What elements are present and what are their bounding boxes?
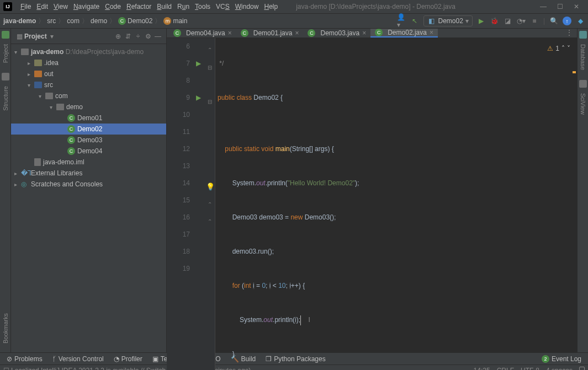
breadcrumb-class[interactable]: Demo02 (128, 17, 152, 25)
stop-button[interactable]: ■ (530, 17, 539, 25)
menu-build[interactable]: Build (154, 2, 174, 12)
chevron-right-icon: 〉 (152, 17, 163, 26)
tree-scratches[interactable]: ▸◎Scratches and Consoles (11, 179, 166, 190)
code-area[interactable]: */ public class Demo02 { public static v… (215, 38, 577, 370)
tab-demo04[interactable]: CDemo04.java× (169, 29, 236, 37)
breadcrumb-demo[interactable]: demo (91, 17, 107, 25)
problems-tool[interactable]: ⊘Problems (2, 355, 47, 363)
settings-gear-icon[interactable]: ⚙ (143, 33, 153, 40)
ide-settings-icon[interactable]: ◆ (576, 17, 585, 25)
class-icon: C (375, 29, 383, 36)
tree-out[interactable]: ▸out (11, 68, 166, 79)
line-number-gutter: 678910111213141516171819 (167, 38, 194, 370)
update-icon[interactable]: ↑ (563, 17, 571, 25)
add-config-icon[interactable]: 👤▾ (397, 17, 406, 25)
tree-root-path: D:\IdeaProjects\java-demo (66, 48, 144, 56)
fold-open-icon[interactable]: ⊟ (208, 93, 212, 110)
class-icon: C (308, 29, 315, 37)
menu-window[interactable]: Window (232, 2, 262, 12)
fold-gutter: ⌃ ⊟ ⊟ 💡 ⌃ ⌃ (206, 38, 215, 370)
breadcrumb-src[interactable]: src (47, 17, 56, 25)
vcs-tool[interactable]: ᚶVersion Control (48, 355, 108, 363)
profile-button[interactable]: ◔▾ (517, 17, 526, 25)
tree-file-demo02[interactable]: CDemo02 (11, 124, 166, 135)
tree-file-demo01[interactable]: CDemo01 (11, 112, 166, 124)
run-config-selector[interactable]: ◧ Demo02 ▾ (423, 15, 473, 26)
menu-file[interactable]: File (18, 2, 34, 12)
menu-vcs[interactable]: VCS (213, 2, 232, 12)
code-editor[interactable]: 678910111213141516171819 ▶ ▶ ⌃ ⊟ ⊟ 💡 ⌃ ⌃… (167, 38, 577, 370)
text-caret (300, 315, 301, 325)
fold-end-icon[interactable]: ⌃ (208, 41, 212, 58)
problems-icon: ⊘ (7, 355, 12, 363)
database-tool-tab[interactable]: Database (579, 40, 587, 74)
chevron-right-icon: 〉 (107, 17, 118, 26)
tabs-menu-icon[interactable]: ⋮ (561, 29, 577, 37)
tree-file-demo04[interactable]: CDemo04 (11, 146, 166, 157)
minimize-button[interactable]: — (535, 3, 552, 10)
tree-com[interactable]: ▾com (11, 90, 166, 101)
structure-tool-tab[interactable]: Structure (1, 82, 10, 115)
menu-code[interactable]: Code (102, 2, 124, 12)
menu-help[interactable]: Help (261, 2, 280, 12)
intention-bulb-icon[interactable]: 💡 (206, 178, 215, 195)
collapse-all-icon[interactable]: ÷ (133, 33, 143, 40)
breadcrumb-com[interactable]: com (67, 17, 80, 25)
chevron-down-icon[interactable]: ▾ (47, 33, 57, 40)
sciview-tool-icon[interactable] (579, 80, 587, 88)
menu-refactor[interactable]: Refactor (124, 2, 154, 12)
scroll-warning-mark[interactable] (573, 71, 576, 73)
menu-run[interactable]: Run (174, 2, 192, 12)
tab-close-icon[interactable]: × (295, 29, 299, 37)
chevron-down-icon: ▾ (465, 17, 469, 25)
fold-end-icon[interactable]: ⌃ (208, 213, 212, 230)
fold-end-icon[interactable]: ⌃ (208, 196, 212, 213)
bookmarks-tool-tab[interactable]: Bookmarks (1, 309, 10, 348)
status-icon[interactable]: ☐ (3, 367, 9, 371)
window-title: java-demo [D:\IdeaProjects\java-demo] - … (280, 3, 535, 10)
chevron-up-icon[interactable]: ˄ (561, 40, 565, 57)
fold-open-icon[interactable]: ⊟ (208, 59, 212, 76)
select-opened-icon[interactable]: ⊕ (113, 33, 123, 40)
menu-tools[interactable]: Tools (192, 2, 213, 12)
structure-tool-icon[interactable] (2, 73, 9, 81)
run-line-icon[interactable]: ▶ (196, 55, 201, 72)
close-button[interactable]: ✕ (568, 3, 585, 10)
run-button[interactable]: ▶ (477, 17, 486, 25)
readonly-lock-icon[interactable] (579, 367, 585, 371)
maximize-button[interactable]: ☐ (552, 3, 568, 10)
warning-icon: ⚠ (547, 40, 553, 57)
sciview-tool-tab[interactable]: SciView (579, 89, 587, 119)
chevron-down-icon[interactable]: ˅ (567, 40, 570, 57)
tab-close-icon[interactable]: × (362, 29, 366, 37)
build-hammer-icon[interactable]: ↖ (410, 17, 419, 25)
tree-src[interactable]: ▾src (11, 79, 166, 90)
project-tool-icon[interactable] (2, 31, 9, 39)
tab-demo02[interactable]: CDemo02.java× (370, 29, 438, 37)
search-everywhere-icon[interactable]: 🔍 (549, 17, 558, 25)
tab-demo03[interactable]: CDemo03.java× (303, 29, 370, 37)
tree-idea[interactable]: ▸.idea (11, 57, 166, 68)
breadcrumb-project[interactable]: java-demo (3, 17, 36, 25)
tree-file-demo03[interactable]: CDemo03 (11, 135, 166, 146)
coverage-button[interactable]: ◪ (504, 17, 512, 25)
tab-demo01[interactable]: CDemo01.java× (236, 29, 304, 37)
run-line-icon[interactable]: ▶ (196, 89, 201, 106)
tree-demo[interactable]: ▾demo (11, 101, 166, 112)
expand-all-icon[interactable]: ⇵ (123, 33, 133, 40)
profiler-tool[interactable]: ◔Profiler (109, 355, 147, 363)
tree-ext-lib[interactable]: ▸�⅂External Libraries (11, 168, 166, 179)
debug-button[interactable]: 🐞 (490, 17, 499, 25)
tree-root[interactable]: ▾ java-demo D:\IdeaProjects\java-demo (11, 46, 166, 57)
tree-iml[interactable]: java-demo.iml (11, 157, 166, 168)
tab-close-icon[interactable]: × (430, 29, 433, 36)
menu-edit[interactable]: Edit (34, 2, 51, 12)
project-tool-tab[interactable]: Project (1, 40, 10, 67)
database-tool-icon[interactable] (579, 31, 587, 39)
breadcrumb-method[interactable]: main (173, 17, 187, 25)
tab-close-icon[interactable]: × (228, 29, 232, 37)
menu-navigate[interactable]: Navigate (71, 2, 102, 12)
hide-button[interactable]: — (153, 33, 163, 40)
menu-view[interactable]: View (51, 2, 71, 12)
inspection-widget[interactable]: ⚠ 1 ˄ ˅ (547, 40, 570, 57)
